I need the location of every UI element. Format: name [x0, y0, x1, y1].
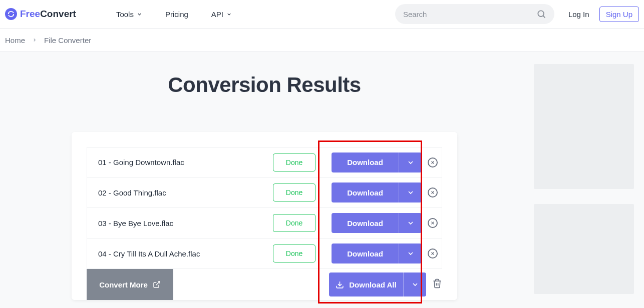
- chevron-down-icon: [407, 219, 415, 227]
- breadcrumb: Home File Converter: [0, 28, 644, 52]
- chevron-down-icon: [226, 12, 232, 17]
- download-all-button[interactable]: Download All: [329, 272, 403, 296]
- login-link[interactable]: Log In: [568, 10, 589, 18]
- logo-icon: [5, 8, 17, 20]
- download-icon: [336, 280, 344, 289]
- ad-slot: [534, 64, 634, 189]
- result-row: 01 - Going Downtown.flac Done Download: [87, 147, 442, 178]
- download-dropdown[interactable]: [399, 213, 422, 233]
- download-button[interactable]: Download: [332, 152, 399, 172]
- external-link-icon: [153, 280, 161, 288]
- download-all-dropdown[interactable]: [403, 272, 426, 296]
- svg-point-0: [538, 10, 544, 16]
- remove-button[interactable]: [428, 218, 438, 228]
- close-icon: [430, 190, 435, 195]
- chevron-down-icon: [407, 158, 415, 166]
- logo-text: FreeConvert: [20, 8, 76, 20]
- close-icon: [430, 251, 435, 256]
- close-icon: [430, 220, 435, 226]
- delete-all-button[interactable]: [432, 278, 442, 290]
- download-button[interactable]: Download: [332, 182, 399, 202]
- search-icon: [536, 9, 546, 19]
- download-button[interactable]: Download: [332, 244, 399, 264]
- nav: Tools Pricing API: [116, 10, 232, 18]
- result-row: 03 - Bye Bye Love.flac Done Download: [87, 208, 442, 238]
- close-icon: [430, 160, 435, 165]
- filename: 03 - Bye Bye Love.flac: [98, 219, 273, 228]
- chevron-down-icon: [137, 12, 142, 17]
- nav-tools-label: Tools: [116, 10, 134, 18]
- nav-api-label: API: [211, 10, 223, 18]
- convert-more-label: Convert More: [99, 280, 148, 289]
- logo[interactable]: FreeConvert: [5, 8, 76, 20]
- ad-slot: [534, 204, 634, 294]
- footer-row: Convert More Download All: [87, 269, 442, 300]
- nav-api[interactable]: API: [211, 10, 232, 18]
- breadcrumb-file-converter[interactable]: File Converter: [44, 36, 91, 44]
- svg-line-1: [543, 16, 545, 18]
- remove-button[interactable]: [428, 158, 438, 168]
- filename: 02 - Good Thing.flac: [98, 188, 273, 197]
- download-dropdown[interactable]: [399, 244, 422, 264]
- chevron-down-icon: [407, 188, 415, 196]
- filename: 01 - Going Downtown.flac: [98, 158, 273, 166]
- chevron-down-icon: [407, 250, 415, 258]
- download-dropdown[interactable]: [399, 182, 422, 202]
- svg-line-10: [156, 282, 160, 285]
- results-panel: 01 - Going Downtown.flac Done Download 0…: [72, 132, 457, 300]
- page-title: Conversion Results: [168, 73, 361, 97]
- chevron-right-icon: [32, 38, 37, 42]
- result-row: 02 - Good Thing.flac Done Download: [87, 178, 442, 208]
- search-box[interactable]: [395, 4, 554, 24]
- status-done: Done: [273, 184, 315, 202]
- chevron-down-icon: [411, 280, 419, 288]
- nav-tools[interactable]: Tools: [116, 10, 142, 18]
- convert-more-button[interactable]: Convert More: [87, 269, 173, 300]
- status-done: Done: [273, 244, 315, 262]
- result-row: 04 - Cry Till Its A Dull Ache.flac Done …: [87, 238, 442, 269]
- nav-pricing-label: Pricing: [165, 10, 188, 18]
- header: FreeConvert Tools Pricing API Log In Sig…: [0, 0, 644, 28]
- status-done: Done: [273, 154, 315, 172]
- nav-pricing[interactable]: Pricing: [165, 10, 188, 18]
- download-button[interactable]: Download: [332, 213, 399, 233]
- download-all-label: Download All: [349, 280, 396, 289]
- filename: 04 - Cry Till Its A Dull Ache.flac: [98, 250, 273, 258]
- remove-button[interactable]: [428, 188, 438, 198]
- sidebar-ads: [529, 52, 644, 308]
- status-done: Done: [273, 214, 315, 232]
- breadcrumb-home[interactable]: Home: [5, 36, 25, 44]
- download-dropdown[interactable]: [399, 152, 422, 172]
- remove-button[interactable]: [428, 248, 438, 258]
- search-input[interactable]: [403, 10, 532, 18]
- trash-icon: [432, 278, 442, 288]
- signup-button[interactable]: Sign Up: [599, 6, 639, 22]
